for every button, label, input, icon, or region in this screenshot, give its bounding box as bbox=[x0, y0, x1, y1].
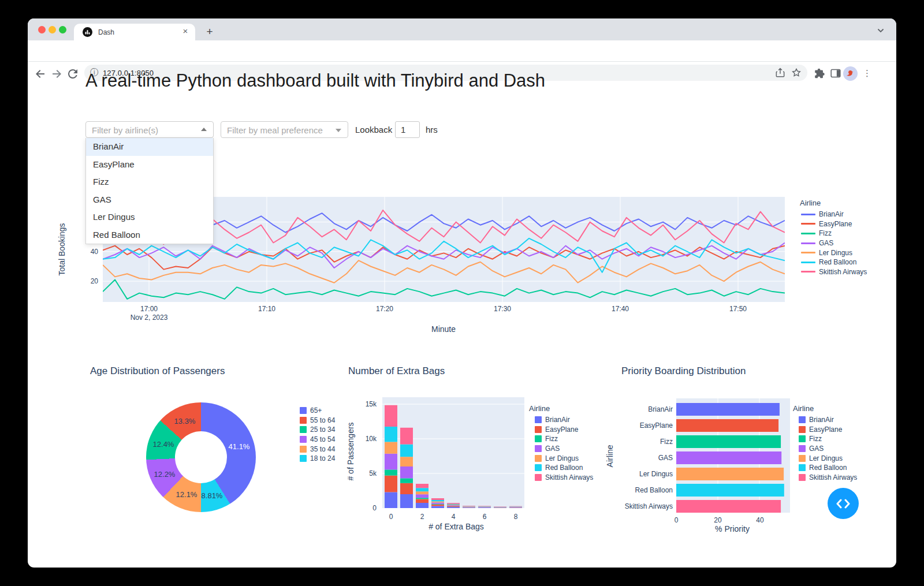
legend-label: Fizz bbox=[545, 435, 558, 443]
traffic-light-minimize[interactable] bbox=[49, 26, 56, 33]
meal-filter-dropdown[interactable]: Filter by meal preference bbox=[221, 121, 348, 138]
legend-item[interactable]: 65+ bbox=[294, 406, 335, 416]
legend-item[interactable]: BrianAir bbox=[800, 210, 867, 219]
legend-item[interactable]: EasyPlane bbox=[793, 425, 857, 435]
y-tick: 40 bbox=[81, 248, 98, 256]
lookback-unit: hrs bbox=[426, 125, 438, 135]
menu-dots-icon[interactable]: ⋮ bbox=[863, 67, 871, 80]
bookmark-star-icon[interactable] bbox=[791, 67, 802, 79]
legend-label: EasyPlane bbox=[809, 425, 842, 434]
legend-label: Red Balloon bbox=[545, 464, 583, 472]
dash-favicon-icon bbox=[83, 27, 92, 37]
x-tick: 2 bbox=[420, 513, 424, 521]
legend-item[interactable]: 55 to 64 bbox=[294, 416, 335, 425]
x-tick: 20 bbox=[714, 516, 721, 524]
bookings-y-axis-title: Total Bookings bbox=[57, 223, 66, 275]
airline-option[interactable]: EasyPlane bbox=[86, 156, 213, 174]
legend-label: Ler Dingus bbox=[545, 454, 579, 462]
legend-item[interactable]: 18 to 24 bbox=[294, 454, 335, 464]
age-chart-title: Age Distribution of Passengers bbox=[90, 365, 225, 377]
legend-item[interactable]: Fizz bbox=[800, 229, 867, 238]
legend-swatch bbox=[799, 426, 806, 433]
extensions-puzzle-icon[interactable] bbox=[813, 67, 826, 80]
share-icon[interactable] bbox=[774, 67, 786, 79]
y-tick: 0 bbox=[356, 504, 377, 512]
back-icon[interactable] bbox=[33, 67, 47, 81]
legend-item[interactable]: Red Balloon bbox=[529, 463, 593, 473]
legend-item[interactable]: Ler Dingus bbox=[800, 248, 867, 257]
code-chevrons-icon bbox=[836, 499, 851, 509]
profile-avatar[interactable] bbox=[843, 66, 858, 81]
x-tick: 17:00 bbox=[140, 305, 158, 313]
legend-swatch bbox=[300, 417, 307, 424]
legend-item[interactable]: Ler Dingus bbox=[529, 453, 593, 463]
airline-option[interactable]: BrianAir bbox=[86, 138, 213, 156]
airline-option[interactable]: Fizz bbox=[86, 173, 213, 191]
legend-swatch bbox=[801, 233, 815, 234]
legend-item[interactable]: BrianAir bbox=[793, 415, 857, 425]
bags-plot[interactable] bbox=[382, 397, 524, 508]
pie-slice-label: 12.2% bbox=[154, 470, 176, 479]
legend-item[interactable]: 25 to 34 bbox=[294, 425, 335, 435]
legend-swatch bbox=[535, 435, 542, 442]
legend-item[interactable]: 35 to 44 bbox=[294, 444, 335, 454]
airline-dropdown-menu: BrianAirEasyPlaneFizzGASLer DingusRed Ba… bbox=[85, 138, 214, 244]
bags-legend: AirlineBrianAirEasyPlaneFizzGASLer Dingu… bbox=[529, 404, 593, 482]
y-tick: 20 bbox=[81, 277, 98, 285]
chevron-down-icon[interactable] bbox=[875, 25, 886, 36]
legend-item[interactable]: GAS bbox=[800, 238, 867, 248]
pie-slice-label: 8.81% bbox=[202, 491, 223, 500]
y-tick: 5k bbox=[356, 469, 377, 477]
legend-swatch bbox=[300, 446, 307, 453]
browser-tab[interactable]: Dash × bbox=[74, 24, 195, 40]
legend-item[interactable]: Fizz bbox=[793, 434, 857, 444]
legend-title: Airline bbox=[800, 199, 867, 207]
age-donut[interactable]: 41.1%8.81%12.1%12.2%12.4%13.3% bbox=[146, 402, 256, 512]
category-label: Ler Dingus bbox=[601, 470, 673, 478]
side-panel-icon[interactable] bbox=[829, 67, 842, 80]
legend-title: Airline bbox=[793, 404, 857, 413]
legend-item[interactable]: Fizz bbox=[529, 434, 593, 444]
legend-label: 35 to 44 bbox=[310, 445, 335, 453]
airline-option[interactable]: Red Balloon bbox=[86, 226, 213, 244]
legend-item[interactable]: EasyPlane bbox=[800, 219, 867, 229]
legend-item[interactable]: Red Balloon bbox=[793, 463, 857, 473]
legend-swatch bbox=[801, 252, 815, 253]
legend-item[interactable]: Skittish Airways bbox=[800, 267, 867, 277]
legend-swatch bbox=[300, 455, 307, 462]
traffic-light-close[interactable] bbox=[38, 26, 46, 33]
priority-x-axis-title: % Priority bbox=[715, 524, 750, 533]
y-tick: 10k bbox=[356, 435, 377, 443]
bags-y-axis-title: # of Passengers bbox=[346, 422, 355, 480]
legend-swatch bbox=[801, 242, 815, 244]
dash-devtools-fab[interactable] bbox=[828, 488, 859, 519]
tab-strip: Dash × + bbox=[28, 18, 896, 40]
legend-item[interactable]: GAS bbox=[529, 444, 593, 454]
reload-icon[interactable] bbox=[66, 67, 80, 81]
legend-label: 45 to 54 bbox=[310, 435, 335, 443]
legend-item[interactable]: Skittish Airways bbox=[529, 473, 593, 483]
new-tab-button[interactable]: + bbox=[203, 25, 217, 39]
traffic-light-zoom[interactable] bbox=[59, 26, 66, 33]
airline-option[interactable]: Ler Dingus bbox=[86, 208, 213, 226]
airline-option[interactable]: GAS bbox=[86, 191, 213, 209]
legend-item[interactable]: EasyPlane bbox=[529, 425, 593, 435]
legend-item[interactable]: BrianAir bbox=[529, 415, 593, 425]
priority-plot[interactable] bbox=[676, 398, 790, 513]
legend-item[interactable]: Ler Dingus bbox=[793, 453, 857, 463]
legend-swatch bbox=[535, 474, 542, 481]
x-tick-date: Nov 2, 2023 bbox=[131, 313, 168, 322]
legend-item[interactable]: 45 to 54 bbox=[294, 435, 335, 445]
legend-item[interactable]: Skittish Airways bbox=[793, 473, 857, 483]
legend-label: BrianAir bbox=[809, 416, 834, 424]
legend-label: GAS bbox=[809, 445, 824, 453]
donut-hole bbox=[175, 431, 227, 483]
forward-icon[interactable] bbox=[50, 67, 64, 81]
legend-item[interactable]: Red Balloon bbox=[800, 257, 867, 267]
tab-close-icon[interactable]: × bbox=[180, 26, 191, 36]
legend-item[interactable]: GAS bbox=[793, 444, 857, 454]
screen: Dash × + ⓘ 127.0.0.1:8050 ⋮ bbox=[0, 0, 924, 586]
legend-swatch bbox=[801, 262, 815, 263]
airline-filter-dropdown[interactable]: Filter by airline(s) bbox=[85, 121, 214, 138]
lookback-input[interactable] bbox=[395, 121, 420, 138]
